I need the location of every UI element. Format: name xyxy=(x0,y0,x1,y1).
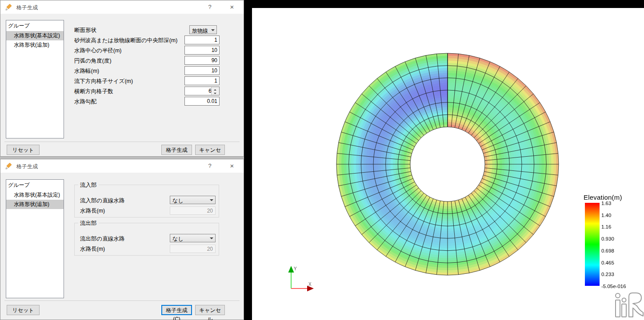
combobox-value: 放物線 xyxy=(192,28,208,34)
x-axis-label: X xyxy=(308,282,312,287)
combobox-value: なし xyxy=(172,198,184,204)
outflow-straight-channel-label: 流出部の直線水路 xyxy=(80,235,124,243)
channel-slope-input[interactable] xyxy=(184,97,220,106)
form-row: 砂州波高または放物線断面の中央部深(m) xyxy=(74,36,220,46)
transverse-grid-count-label: 横断方向格子数 xyxy=(74,88,113,95)
form-row: 水路中心の半径(m) xyxy=(74,46,220,56)
elevation-legend: Elevation(m) 1.631.401.160.9300.6980.465… xyxy=(584,194,644,289)
combobox-value: なし xyxy=(172,236,184,242)
outflow-straight-channel-combobox[interactable]: なし xyxy=(170,234,216,242)
tree-root-label: グループ xyxy=(6,181,64,190)
tree-item-additional[interactable]: 水路形状(追加) xyxy=(6,40,64,50)
streamwise-grid-size-label: 流下方向格子サイズ(m) xyxy=(74,78,133,85)
title-bar[interactable]: 格子生成 ? × xyxy=(0,159,244,173)
tree-root-label: グループ xyxy=(6,21,64,31)
spin-down-icon[interactable] xyxy=(212,91,219,95)
divider xyxy=(4,142,240,142)
divider xyxy=(4,300,240,301)
form-row: 水路幅(m) xyxy=(74,66,220,76)
reset-button[interactable]: リセット xyxy=(7,305,40,315)
legend-tick-label: 1.63 xyxy=(601,201,611,206)
channel-width-input[interactable] xyxy=(184,66,220,75)
generate-grid-button[interactable]: 格子生成(C) xyxy=(161,305,192,315)
y-axis-arrow-icon xyxy=(288,266,294,273)
outflow-groupbox: 流出部 流出部の直線水路 なし 水路長(m) xyxy=(74,223,219,256)
center-radius-label: 水路中心の半径(m) xyxy=(74,47,122,55)
inflow-straight-channel-label: 流入部の直線水路 xyxy=(80,197,124,205)
channel-slope-label: 水路勾配 xyxy=(74,98,96,106)
cancel-button[interactable]: キャンセル xyxy=(195,145,225,155)
form-row: 断面形状 放物線 xyxy=(74,25,220,36)
inflow-groupbox: 流入部 流入部の直線水路 なし 水路長(m) xyxy=(74,185,219,217)
inflow-channel-length-input xyxy=(170,206,216,215)
legend-tick-label: -5.05e-016 xyxy=(601,284,626,289)
dialog-title: 格子生成 xyxy=(16,163,38,170)
legend-tick-label: 1.40 xyxy=(601,213,611,218)
grid-generation-dialog-additional: 格子生成 ? × グループ 水路形状(基本設定) 水路形状(追加) 流入部 流入… xyxy=(0,159,244,320)
legend-tick-label: 0.233 xyxy=(601,272,614,277)
app-window: { "dialog1": { "title": "格子生成", "help_la… xyxy=(0,0,644,320)
iric-logo xyxy=(612,291,644,320)
legend-colorbar xyxy=(585,203,600,286)
stepper-value[interactable] xyxy=(185,87,212,95)
chevron-down-icon xyxy=(210,237,213,241)
viewport-frame: Elevation(m) 1.631.401.160.9300.6980.465… xyxy=(244,0,644,320)
outflow-group-label: 流出部 xyxy=(78,220,99,227)
tree-item-additional[interactable]: 水路形状(追加) xyxy=(6,200,64,209)
close-icon[interactable]: × xyxy=(225,2,239,12)
spin-buttons xyxy=(211,87,219,95)
legend-tick-label: 0.698 xyxy=(601,248,614,253)
axis-triad: Y X xyxy=(283,265,323,296)
title-bar[interactable]: 格子生成 ? × xyxy=(0,0,244,14)
center-depth-label: 砂州波高または放物線断面の中央部深(m) xyxy=(74,37,177,44)
tree-item-basic-settings[interactable]: 水路形状(基本設定) xyxy=(6,31,64,40)
outflow-channel-length-label: 水路長(m) xyxy=(80,245,105,253)
render-canvas-area: Elevation(m) 1.631.401.160.9300.6980.465… xyxy=(252,8,644,320)
grid-generation-dialog-basic: 格子生成 ? × グループ 水路形状(基本設定) 水路形状(追加) 断面形状 放… xyxy=(0,0,244,157)
center-depth-input[interactable] xyxy=(184,36,220,44)
inflow-channel-length-label: 水路長(m) xyxy=(80,207,105,215)
legend-tick-label: 1.16 xyxy=(601,224,611,229)
chevron-down-icon xyxy=(211,29,215,33)
cross-section-shape-combobox[interactable]: 放物線 xyxy=(189,25,217,34)
form-row: 円弧の角度(度) xyxy=(74,56,220,66)
tree-item-basic-settings[interactable]: 水路形状(基本設定) xyxy=(6,190,64,200)
pencil-icon xyxy=(5,162,12,170)
transverse-grid-count-stepper[interactable] xyxy=(184,87,220,95)
streamwise-grid-size-input[interactable] xyxy=(184,76,220,85)
pencil-icon xyxy=(5,4,12,11)
inflow-group-label: 流入部 xyxy=(78,182,99,189)
generate-grid-button[interactable]: 格子生成(C) xyxy=(161,145,192,155)
outflow-channel-length-input xyxy=(170,245,216,253)
form-row: 流下方向格子サイズ(m) xyxy=(74,76,220,87)
arc-angle-input[interactable] xyxy=(184,56,220,65)
help-button[interactable]: ? xyxy=(204,2,215,12)
help-button[interactable]: ? xyxy=(204,161,215,171)
legend-tick-label: 0.465 xyxy=(601,260,614,265)
arc-angle-label: 円弧の角度(度) xyxy=(74,57,112,65)
cancel-button[interactable]: キャンセル xyxy=(195,305,225,315)
center-radius-input[interactable] xyxy=(184,46,220,55)
cross-section-shape-label: 断面形状 xyxy=(74,27,96,34)
dialog-title: 格子生成 xyxy=(16,4,38,12)
group-tree: グループ 水路形状(基本設定) 水路形状(追加) xyxy=(6,20,64,138)
form-row: 水路勾配 xyxy=(74,97,220,107)
inflow-straight-channel-combobox[interactable]: なし xyxy=(170,196,216,204)
y-axis-label: Y xyxy=(294,266,297,271)
reset-button[interactable]: リセット xyxy=(7,145,40,155)
chevron-down-icon xyxy=(210,199,213,203)
channel-width-label: 水路幅(m) xyxy=(74,67,99,75)
legend-title: Elevation(m) xyxy=(584,194,644,201)
legend-tick-label: 0.930 xyxy=(601,236,614,241)
form-row: 横断方向格子数 xyxy=(74,87,220,97)
group-tree: グループ 水路形状(基本設定) 水路形状(追加) xyxy=(6,179,64,298)
close-icon[interactable]: × xyxy=(225,161,239,171)
